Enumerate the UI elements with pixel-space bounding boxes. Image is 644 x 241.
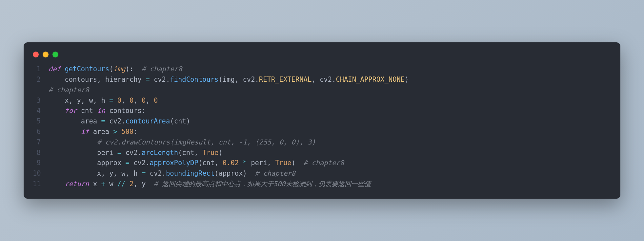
close-icon[interactable] [33,52,39,57]
line-number: 3 [33,96,49,106]
token-punct: ( [198,159,202,167]
minimize-icon[interactable] [43,52,49,57]
token-bool: True [275,159,291,167]
token-op: // [117,180,130,188]
token-ident [49,138,97,146]
token-punct: ) [292,159,304,167]
line-number: 8 [33,148,49,158]
code-content: x, y, w, h = 0, 0, 0, 0 [49,96,158,106]
token-fn: contourArea [126,117,170,125]
code-line: 2 contours, hierarchy = cv2.findContours… [33,75,611,85]
token-op: = [146,76,154,83]
line-number: 9 [33,158,49,168]
token-punct: : [133,128,137,136]
token-param: img [113,65,125,73]
token-fn: arcLength [142,149,178,157]
token-attr: CHAIN_APPROX_NONE [336,76,405,83]
token-ident: area [93,128,113,136]
token-punct: , [194,149,202,157]
line-number: 2 [33,75,49,85]
code-line: 11 return x + w // 2, y # 返回尖端的最高点和中心点，如… [33,179,611,189]
token-punct: . [166,76,170,83]
code-line: 3 x, y, w, h = 0, 0, 0, 0 [33,96,611,106]
token-punct: ) [243,169,255,177]
token-ident: w [89,97,93,104]
token-punct: . [332,76,336,83]
code-content: x, y, w, h = cv2.boundingRect(approx) # … [49,168,295,179]
token-punct: , [312,76,320,83]
code-line: 5 area = cv2.contourArea(cnt) [33,116,611,127]
token-punct: ) [218,149,222,157]
code-content: # cv2.drawContours(imgResult, cnt, -1, (… [49,137,316,148]
token-kw: def [49,65,65,73]
code-content: area = cv2.contourArea(cnt) [49,116,190,127]
token-ident [49,128,81,136]
token-punct: ) [405,76,417,83]
token-op: = [126,159,134,167]
token-ident: h [133,169,142,177]
token-ident: area [49,117,101,125]
token-op: = [142,169,150,177]
token-fn: boundingRect [166,169,214,177]
token-ident: contours [109,107,142,115]
token-bool: True [202,149,218,157]
token-ident: cnt [174,117,186,125]
token-punct: , [101,169,109,177]
token-punct: , [267,159,275,167]
code-content: if area > 500: [49,127,138,137]
token-ident: cnt [81,107,97,115]
maximize-icon[interactable] [52,52,58,57]
token-punct: , [126,169,134,177]
line-number: 6 [33,127,49,137]
token-comment: # chapter8 [255,169,295,177]
token-ident: h [101,97,109,104]
token-ident [49,107,65,115]
token-comment: # cv2.drawContours(imgResult, cnt, -1, (… [97,138,315,146]
code-line: 6 if area > 500: [33,127,611,137]
code-content: for cnt in contours: [49,106,146,116]
token-punct: . [138,149,142,157]
token-comment: # 返回尖端的最高点和中心点，如果大于500未检测到，仍需要返回一些值 [154,180,371,188]
token-op: = [117,149,126,157]
token-ident: peri [251,159,267,167]
line-number: 7 [33,137,49,148]
token-punct: . [162,169,166,177]
code-content: return x + w // 2, y # 返回尖端的最高点和中心点，如果大于… [49,179,371,189]
line-number: 11 [33,179,49,189]
token-punct: . [255,76,259,83]
token-punct: , [235,76,243,83]
token-num: 0 [130,97,133,104]
token-punct: , [214,159,223,167]
token-ident: cv2 [150,169,162,177]
token-punct: , [93,97,101,104]
token-comment: # chapter8 [142,65,182,73]
token-kw: in [97,107,109,115]
token-ident: cv2 [243,76,255,83]
code-content: contours, hierarchy = cv2.findContours(i… [49,75,417,85]
code-area[interactable]: 1def getContours(img): # chapter82 conto… [24,64,620,189]
token-op: = [101,117,109,125]
token-ident: x [49,169,101,177]
token-ident: cv2 [320,76,332,83]
token-ident: cv2 [126,149,138,157]
token-ident: cv2 [133,159,146,167]
token-comment: # chapter8 [304,159,344,167]
code-line: 4 for cnt in contours: [33,106,611,116]
token-num: 0.02 [223,159,239,167]
token-ident: peri [49,149,117,157]
token-punct: , [97,76,105,83]
token-punct: ) [186,117,190,125]
code-line: 8 peri = cv2.arcLength(cnt, True) [33,148,611,158]
token-ident: x [93,180,101,188]
token-comment: # chapter8 [49,86,89,94]
code-content: approx = cv2.approxPolyDP(cnt, 0.02 * pe… [49,158,344,168]
token-punct: ( [178,149,182,157]
code-window: 1def getContours(img): # chapter82 conto… [24,42,620,198]
token-num: 0 [117,97,121,104]
token-ident: w [121,169,125,177]
token-fn: findContours [170,76,218,83]
token-ident: cv2 [109,117,121,125]
line-number: 4 [33,106,49,116]
token-op: + [101,180,109,188]
token-fn: approxPolyDP [150,159,198,167]
